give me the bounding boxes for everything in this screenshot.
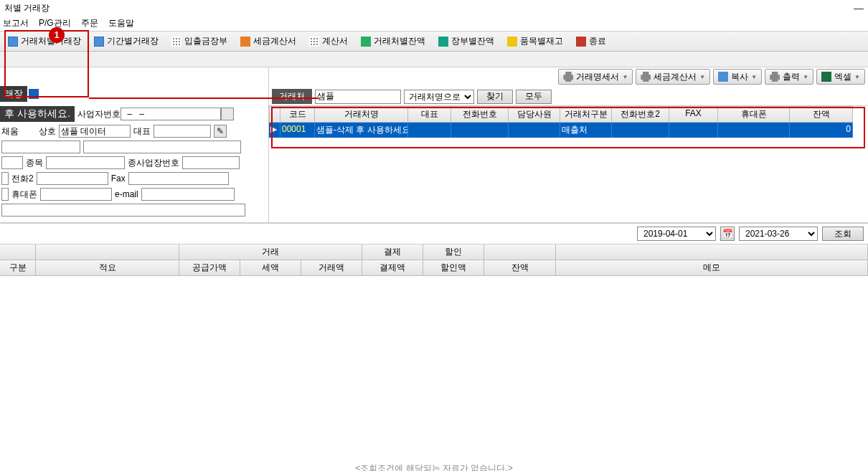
- tb-period-ledger[interactable]: 기간별거래장: [89, 33, 164, 49]
- menu-report[interactable]: 보고서: [3, 17, 29, 29]
- menu-help[interactable]: 도움말: [108, 17, 134, 29]
- tb-book-balance[interactable]: 장부별잔액: [433, 33, 499, 49]
- lcol-type[interactable]: 구분: [0, 260, 36, 275]
- btn-tax[interactable]: 세금계산서▼: [636, 69, 710, 85]
- cell-type: 매출처: [560, 123, 612, 138]
- date-bar: 2019-04-01 📅 2021-03-26 조회: [0, 223, 868, 244]
- query-btn[interactable]: 조회: [822, 227, 864, 241]
- col-staff[interactable]: 담당사원: [509, 106, 560, 123]
- col-type[interactable]: 거래처구분: [560, 106, 612, 123]
- callout-badge-1: 1: [49, 27, 65, 43]
- empty-message: <조회조건에 해당되는 자료가 없습니다.>: [0, 276, 868, 471]
- print-icon: [641, 72, 651, 82]
- tel2-input[interactable]: [37, 172, 108, 185]
- col-tel[interactable]: 전화번호: [451, 106, 509, 123]
- excel-icon: [821, 72, 831, 82]
- trade-input[interactable]: [59, 125, 131, 138]
- memo-input[interactable]: [1, 204, 245, 217]
- tb-vendor-ledger[interactable]: 거래처별거래장: [3, 33, 86, 49]
- sheet-icon: [8, 37, 18, 47]
- col-balance[interactable]: 잔액: [790, 106, 853, 123]
- col-name[interactable]: 거래처명: [315, 106, 408, 123]
- field-b[interactable]: [83, 141, 241, 153]
- search-all-btn[interactable]: 모두: [516, 90, 552, 104]
- date-cal-btn[interactable]: 📅: [720, 227, 735, 241]
- field-a[interactable]: [1, 141, 80, 153]
- copy-icon: [718, 72, 728, 82]
- col-code[interactable]: 코드: [280, 106, 315, 123]
- btn-copy[interactable]: 복사▼: [713, 69, 762, 85]
- date-to[interactable]: 2021-03-26: [739, 227, 818, 241]
- vendor-detail-pane: 래장 후 사용하세요. 사업자번호 채움 상호 대표 ✎: [0, 67, 269, 222]
- lcol-pay[interactable]: 결제액: [362, 260, 423, 275]
- col-rep[interactable]: 대표: [408, 106, 451, 123]
- cell-rep: [408, 123, 451, 138]
- cell-mobile: [718, 123, 790, 138]
- subbiz-input[interactable]: [182, 156, 240, 169]
- btn-print[interactable]: 출력▼: [765, 69, 813, 85]
- action-bar: 거래명세서▼ 세금계산서▼ 복사▼ 출력▼ 엑셀▼: [558, 67, 865, 86]
- col-mark[interactable]: [269, 106, 280, 123]
- doc-icon: [240, 37, 250, 47]
- col-mobile[interactable]: 휴대폰: [718, 106, 790, 123]
- exit-icon: [576, 37, 586, 47]
- btn-excel[interactable]: 엑셀▼: [816, 69, 865, 85]
- field-c[interactable]: [1, 156, 23, 169]
- tb-exit[interactable]: 종료: [571, 33, 611, 49]
- search-result-pane: 거래명세서▼ 세금계산서▼ 복사▼ 출력▼ 엑셀▼ 거래처 거래처명으로 찾기 …: [269, 67, 868, 222]
- item-label: 종목: [26, 157, 43, 169]
- search-find-btn[interactable]: 찾기: [477, 90, 513, 104]
- blue-square-icon: [27, 87, 40, 100]
- lcol-balance[interactable]: 잔액: [484, 260, 556, 275]
- lcol-memo[interactable]: 메모: [556, 260, 868, 275]
- cell-tel2: [612, 123, 669, 138]
- lcol-tax[interactable]: 세액: [240, 260, 301, 275]
- lcol-disc[interactable]: 할인액: [423, 260, 484, 275]
- tb-invoice[interactable]: 계산서: [304, 33, 353, 49]
- fax-input[interactable]: [128, 172, 229, 185]
- tel2-label: 전화2: [11, 173, 34, 185]
- col-tel2[interactable]: 전화번호2: [612, 106, 669, 123]
- title-bar: 처별 거래장 —: [0, 0, 868, 16]
- tb-item-stock[interactable]: 품목별재고: [502, 33, 568, 49]
- sheet-icon: [94, 37, 104, 47]
- lower-header-groups: 거래 결제 할인: [0, 244, 868, 260]
- gcol-blank4: [556, 244, 868, 260]
- edit-btn[interactable]: ✎: [214, 125, 227, 138]
- mobile-input[interactable]: [40, 188, 112, 201]
- lcol-supply[interactable]: 공급가액: [179, 260, 240, 275]
- fax-label: Fax: [111, 173, 126, 184]
- col-fax[interactable]: FAX: [669, 106, 718, 123]
- tb-tax-invoice[interactable]: 세금계산서: [235, 33, 301, 49]
- cell-balance: 0: [790, 123, 853, 138]
- search-by-select[interactable]: 거래처명으로: [404, 90, 474, 104]
- sub-bar: [0, 52, 868, 67]
- cell-fax: [669, 123, 718, 138]
- rep-input[interactable]: [154, 125, 211, 138]
- date-from[interactable]: 2019-04-01: [637, 227, 716, 241]
- bizno-input[interactable]: [121, 108, 221, 120]
- minimize-icon[interactable]: —: [854, 2, 864, 14]
- cell-name: 샘플-삭제 후 사용하세요: [315, 123, 408, 138]
- search-input[interactable]: [315, 90, 401, 104]
- gcol-trade: 거래: [179, 244, 362, 260]
- field-e[interactable]: [1, 188, 9, 201]
- lcol-amount[interactable]: 거래액: [301, 260, 362, 275]
- search-label: 거래처: [272, 89, 312, 104]
- menu-bar: 보고서 P/G관리 주문 도움말: [0, 16, 868, 32]
- field-d[interactable]: [1, 172, 9, 185]
- gcol-disc: 할인: [423, 244, 484, 260]
- tb-vendor-balance[interactable]: 거래처별잔액: [356, 33, 430, 49]
- print-icon: [770, 72, 780, 82]
- tb-cashbook[interactable]: 입출금장부: [166, 33, 232, 49]
- btn-spec[interactable]: 거래명세서▼: [558, 69, 633, 85]
- menu-order[interactable]: 주문: [81, 17, 98, 29]
- print-icon: [563, 72, 573, 82]
- grid-row[interactable]: ▶ 00001 샘플-삭제 후 사용하세요 매출처 0: [269, 123, 868, 138]
- search-row: 거래처 거래처명으로 찾기 모두: [269, 87, 868, 106]
- email-input[interactable]: [141, 188, 235, 201]
- lcol-desc[interactable]: 적요: [36, 260, 179, 275]
- grid-header: 코드 거래처명 대표 전화번호 담당사원 거래처구분 전화번호2 FAX 휴대폰…: [269, 106, 868, 123]
- bizno-search-btn[interactable]: [221, 108, 234, 120]
- item-input[interactable]: [46, 156, 125, 169]
